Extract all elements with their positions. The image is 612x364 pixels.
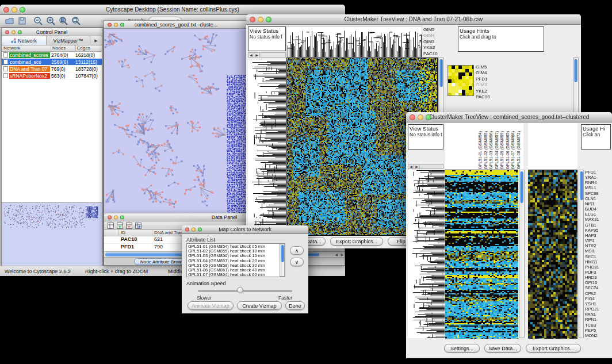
- tv1-column-dendrogram[interactable]: [286, 26, 422, 58]
- tv1-export-graphics-button[interactable]: Export Graphics...: [330, 237, 383, 246]
- tv2-dendro-hscrollbar[interactable]: ◀ ▶: [408, 164, 443, 169]
- column-header-edges[interactable]: Edges: [76, 45, 102, 51]
- zoom-button[interactable]: [120, 215, 124, 219]
- gene-label: RPO21: [585, 306, 611, 312]
- network-nodes: 769(0): [50, 66, 75, 72]
- close-button[interactable]: [5, 30, 9, 34]
- column-header-nodes[interactable]: Nodes: [51, 45, 76, 51]
- minimize-button[interactable]: [418, 114, 423, 120]
- column-header-network[interactable]: Network: [2, 45, 51, 51]
- scroll-right-arrow[interactable]: ▶: [254, 53, 260, 57]
- delete-attribute-icon[interactable]: [126, 223, 132, 229]
- scroll-right-arrow[interactable]: ▶: [414, 164, 420, 168]
- network-list-row[interactable]: sRNAPuberNov2563(0)107847(0): [2, 72, 102, 79]
- column-header-id[interactable]: ID: [119, 230, 152, 236]
- window-controls: [185, 228, 202, 232]
- attribute-item[interactable]: GPL51-05 (GSM858) heat shock 30 min: [188, 263, 284, 268]
- tv2-secondary-heatmap-canvas[interactable]: [528, 170, 577, 339]
- control-panel-titlebar[interactable]: Control Panel: [2, 28, 102, 36]
- zoom-button[interactable]: [198, 228, 202, 232]
- attribute-item[interactable]: GPL51-04 (GSM857) heat shock 20 min: [188, 259, 284, 263]
- tv1-column-labels: GIM5GIM4GIM3YKE2PAC10: [423, 27, 443, 58]
- attribute-item[interactable]: GPL51-06 (GSM861) heat shock 40 min: [188, 268, 284, 273]
- vscroll-thumb[interactable]: [520, 171, 523, 203]
- attribute-function-icon[interactable]: [135, 223, 141, 229]
- zoom-button[interactable]: [120, 22, 124, 26]
- zoom-button[interactable]: [20, 7, 25, 13]
- open-session-icon[interactable]: [5, 16, 14, 26]
- vscroll-thumb[interactable]: [574, 59, 577, 82]
- scroll-right-arrow[interactable]: ▶: [341, 252, 343, 256]
- minimize-button[interactable]: [192, 228, 196, 232]
- tv2-heatmap-vscrollbar[interactable]: [519, 170, 525, 338]
- speed-slider-track[interactable]: [198, 290, 292, 292]
- close-button[interactable]: [108, 22, 112, 26]
- tv2-genelist-vscrollbar[interactable]: [579, 170, 584, 338]
- vscroll-thumb[interactable]: [281, 245, 284, 262]
- zoom-button[interactable]: [266, 17, 271, 22]
- attribute-item[interactable]: GPL51-01 (GSM854) heat shock 05 min: [188, 244, 284, 249]
- tv1-summary-heatmap[interactable]: [447, 65, 474, 96]
- tab-overflow-button[interactable]: ▶: [90, 36, 102, 45]
- tv1-titlebar[interactable]: ClusterMaker TreeView : DNA and Tran 07-…: [246, 14, 581, 25]
- tab-vizmapper[interactable]: VizMapper™: [47, 36, 90, 45]
- attribute-item[interactable]: GPL51-07 (GSM864) heat shock 60 min: [188, 273, 284, 277]
- minimize-button[interactable]: [12, 30, 16, 34]
- scroll-left-arrow[interactable]: ◀: [248, 53, 254, 57]
- minimize-button[interactable]: [258, 17, 263, 22]
- attribute-list-scrollbar[interactable]: [280, 244, 285, 277]
- network-list-row[interactable]: combined_scores2764(0)16218(0): [2, 52, 102, 59]
- network-view-window: combined_scores_good.txt--cluste...: [104, 20, 248, 214]
- close-button[interactable]: [410, 114, 415, 120]
- map-dialog-titlebar[interactable]: Map Colors to Network: [182, 225, 308, 234]
- zoom-out-icon[interactable]: [33, 16, 43, 26]
- main-titlebar[interactable]: Cytoscape Desktop (Session Name: collins…: [0, 5, 345, 15]
- close-button[interactable]: [185, 228, 189, 232]
- create-attribute-icon[interactable]: [117, 223, 123, 229]
- attribute-list[interactable]: GPL51-01 (GSM854) heat shock 05 minGPL51…: [186, 243, 285, 277]
- zoom-button[interactable]: [426, 114, 431, 120]
- desktop: { "palette":{ "cyan":"#38b2e4","yellow":…: [0, 0, 612, 364]
- network-view-titlebar[interactable]: combined_scores_good.txt--cluste...: [104, 21, 248, 29]
- minimize-button[interactable]: [114, 215, 118, 219]
- animation-speed-label: Animation Speed: [186, 281, 226, 286]
- network-list-row[interactable]: DNA and Tran 07769(0)183728(0): [2, 66, 102, 72]
- tab-network[interactable]: Network: [2, 36, 47, 45]
- tv2-titlebar[interactable]: ClusterMaker TreeView : combined_scores_…: [406, 112, 612, 122]
- attribute-item[interactable]: GPL51-02 (GSM855) heat shock 10 min: [188, 249, 284, 254]
- zoom-fit-icon[interactable]: [71, 16, 81, 26]
- close-button[interactable]: [250, 17, 255, 22]
- attribute-item[interactable]: GPL51-03 (GSM856) heat shock 15 min: [188, 254, 284, 258]
- scroll-left-arrow[interactable]: ◀: [408, 164, 414, 168]
- tv1-usage-hints-panel: Usage Hints Click and drag to: [458, 26, 544, 52]
- vscroll-thumb[interactable]: [580, 171, 583, 200]
- network-graph-canvas[interactable]: [104, 29, 248, 213]
- minimize-button[interactable]: [114, 22, 118, 26]
- network-list-row[interactable]: combined_sco2569(6)13112(15): [2, 59, 102, 66]
- tv2-save-data-button[interactable]: Save Data...: [484, 344, 521, 352]
- vscroll-thumb[interactable]: [439, 59, 443, 87]
- tv1-dendro-hscrollbar[interactable]: ◀ ▶: [248, 52, 286, 58]
- zoom-button[interactable]: [18, 30, 22, 34]
- birdseye-view-canvas[interactable]: [2, 202, 102, 266]
- tv2-heatmap-canvas[interactable]: [445, 170, 518, 339]
- done-button[interactable]: Done: [285, 301, 305, 310]
- tv1-row-dendrogram[interactable]: [248, 60, 286, 235]
- zoom-selected-icon[interactable]: [59, 16, 68, 26]
- save-session-icon[interactable]: [17, 16, 27, 26]
- gene-label: GIM4: [423, 33, 443, 39]
- tv2-settings-button[interactable]: Settings...: [444, 344, 480, 352]
- move-down-button[interactable]: ∨: [290, 258, 304, 266]
- tv2-row-dendrogram[interactable]: [408, 170, 445, 338]
- network-edges: 107847(0): [75, 73, 102, 79]
- tv2-export-graphics-button[interactable]: Export Graphics...: [526, 344, 581, 352]
- close-button[interactable]: [3, 7, 9, 13]
- minimize-button[interactable]: [12, 7, 17, 13]
- select-attributes-icon[interactable]: [108, 223, 114, 229]
- zoom-in-icon[interactable]: [46, 16, 56, 26]
- speed-slider-thumb[interactable]: [237, 287, 243, 293]
- scroll-left-arrow[interactable]: ◀: [335, 252, 338, 256]
- create-vizmap-button[interactable]: Create Vizmap: [237, 301, 282, 310]
- move-up-button[interactable]: ∧: [290, 246, 304, 255]
- close-button[interactable]: [108, 215, 112, 219]
